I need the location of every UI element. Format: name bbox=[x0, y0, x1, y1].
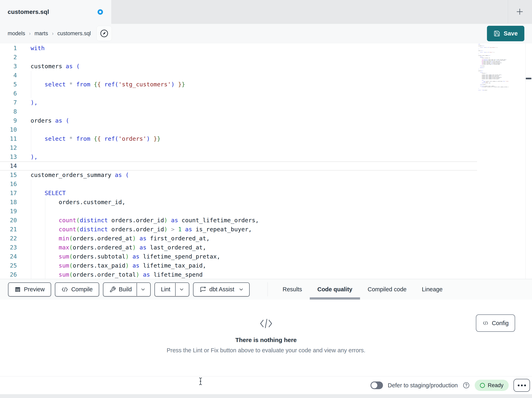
compass-icon bbox=[100, 29, 109, 38]
save-disk-icon bbox=[494, 30, 500, 37]
empty-state-subtitle: Press the Lint or Fix button above to ev… bbox=[166, 347, 365, 354]
new-tab-button[interactable] bbox=[514, 6, 525, 17]
defer-toggle[interactable] bbox=[370, 381, 383, 389]
tab-title: customers.sql bbox=[8, 8, 49, 15]
line-number: 17 bbox=[0, 189, 17, 198]
breadcrumb-separator: › bbox=[29, 31, 31, 36]
code-line[interactable]: 21 count(distinct orders.order_id) > 1 a… bbox=[0, 225, 532, 234]
code-line[interactable]: 11 select * from {{ ref('orders') }} bbox=[0, 134, 532, 143]
code-line[interactable]: 4 bbox=[0, 71, 532, 80]
code-line[interactable]: 8 bbox=[0, 107, 532, 116]
build-button[interactable]: Build bbox=[103, 282, 151, 297]
tab-results[interactable]: Results bbox=[275, 279, 310, 300]
status-bar: Defer to staging/production Ready bbox=[0, 376, 532, 394]
breadcrumb-marts[interactable]: marts bbox=[34, 30, 48, 37]
code-line[interactable]: 14 bbox=[0, 162, 477, 170]
code-line[interactable]: 13), bbox=[0, 152, 532, 162]
lint-button[interactable]: Lint bbox=[154, 282, 189, 297]
line-number: 12 bbox=[0, 143, 17, 152]
code-line[interactable]: 1with bbox=[0, 44, 532, 53]
model-status-button[interactable] bbox=[96, 26, 112, 41]
config-label: Config bbox=[492, 320, 509, 326]
line-number: 24 bbox=[0, 252, 17, 261]
code-line[interactable]: 16 bbox=[0, 180, 532, 189]
breadcrumb-file[interactable]: customers.sql bbox=[57, 30, 91, 37]
table-icon bbox=[14, 286, 21, 293]
preview-button[interactable]: Preview bbox=[8, 282, 51, 297]
line-number: 23 bbox=[0, 243, 17, 252]
toolbar-tabs-divider bbox=[267, 282, 268, 296]
code-lines: 1with23customers as (45 select * from {{… bbox=[0, 44, 532, 279]
window-bottom-edge bbox=[0, 394, 532, 398]
build-label: Build bbox=[119, 286, 132, 293]
more-options-button[interactable] bbox=[513, 379, 530, 392]
code-line[interactable]: 24 sum(orders.subtotal) as lifetime_spen… bbox=[0, 252, 532, 261]
unsaved-changes-dot-icon bbox=[98, 9, 103, 15]
assist-label: dbt Assist bbox=[209, 286, 234, 293]
code-editor[interactable]: 1with23customers as (45 select * from {{… bbox=[0, 43, 532, 279]
compile-label: Compile bbox=[71, 286, 93, 293]
plus-icon bbox=[515, 7, 524, 16]
ide-status-badge[interactable]: Ready bbox=[475, 380, 509, 391]
file-header-row: models › marts › customers.sql bbox=[0, 24, 532, 43]
code-line[interactable]: 25 sum(orders.tax_paid) as lifetime_tax_… bbox=[0, 261, 532, 270]
line-number: 15 bbox=[0, 170, 17, 180]
save-button[interactable]: Save bbox=[487, 26, 524, 41]
scrollbar-track bbox=[525, 43, 526, 279]
empty-state: There is nothing here Press the Lint or … bbox=[0, 300, 532, 354]
tab-lineage[interactable]: Lineage bbox=[414, 279, 450, 300]
code-line[interactable]: 20 count(distinct orders.order_id) as co… bbox=[0, 216, 532, 225]
line-number: 5 bbox=[0, 80, 17, 89]
lint-dropdown-button[interactable] bbox=[175, 283, 188, 296]
save-label: Save bbox=[504, 30, 518, 37]
dbt-cloud-ide: customers.sql models › marts › customers… bbox=[0, 0, 532, 398]
minimap-content: withcustomers as ( select * from {{ ref(… bbox=[478, 44, 508, 91]
line-number: 11 bbox=[0, 134, 17, 143]
code-line[interactable]: 22 min(orders.ordered_at) as first_order… bbox=[0, 234, 532, 243]
code-line[interactable]: 18 orders.customer_id, bbox=[0, 198, 532, 207]
wrench-icon bbox=[109, 286, 116, 293]
code-quality-panel: There is nothing here Press the Lint or … bbox=[0, 300, 532, 376]
code-line[interactable]: 23 max(orders.ordered_at) as last_ordere… bbox=[0, 243, 532, 252]
editor-minimap[interactable]: withcustomers as ( select * from {{ ref(… bbox=[478, 44, 508, 93]
status-circle-icon bbox=[480, 383, 485, 388]
breadcrumb: models › marts › customers.sql bbox=[8, 30, 91, 37]
tab-code-quality[interactable]: Code quality bbox=[310, 279, 360, 300]
breadcrumb-separator: › bbox=[52, 31, 53, 36]
code-icon bbox=[61, 287, 68, 293]
defer-label: Defer to staging/production bbox=[388, 382, 458, 389]
line-number: 14 bbox=[0, 162, 17, 170]
scrollbar-thumb[interactable] bbox=[526, 78, 531, 79]
dbt-assist-button[interactable]: dbt Assist bbox=[193, 282, 250, 297]
code-line[interactable]: 19 bbox=[0, 207, 532, 216]
code-line[interactable]: 2 bbox=[0, 53, 532, 62]
code-line[interactable]: 5 select * from {{ ref('stg_customers') … bbox=[0, 80, 532, 89]
line-number: 21 bbox=[0, 225, 17, 234]
code-line[interactable]: 10 bbox=[0, 125, 532, 134]
code-icon bbox=[482, 320, 489, 326]
line-number: 8 bbox=[0, 107, 17, 116]
line-number: 20 bbox=[0, 216, 17, 225]
line-number: 19 bbox=[0, 207, 17, 216]
code-line[interactable]: 12 bbox=[0, 143, 532, 152]
config-button[interactable]: Config bbox=[476, 314, 515, 332]
line-number: 25 bbox=[0, 261, 17, 270]
code-slash-icon bbox=[256, 317, 276, 330]
code-line[interactable]: 17 SELECT bbox=[0, 189, 532, 198]
code-line[interactable]: 7), bbox=[0, 98, 532, 107]
code-line[interactable]: 3customers as ( bbox=[0, 62, 532, 71]
breadcrumb-models[interactable]: models bbox=[8, 30, 25, 37]
build-dropdown-button[interactable] bbox=[137, 283, 149, 296]
tab-customers-sql[interactable]: customers.sql bbox=[0, 0, 112, 24]
code-line[interactable]: 15customer_orders_summary as ( bbox=[0, 170, 532, 180]
tab-compiled-code[interactable]: Compiled code bbox=[360, 279, 414, 300]
preview-label: Preview bbox=[24, 286, 45, 293]
lint-label: Lint bbox=[161, 286, 170, 293]
compile-button[interactable]: Compile bbox=[55, 282, 99, 297]
code-line[interactable]: 26 sum(orders.order_total) as lifetime_s… bbox=[0, 270, 532, 279]
chevron-down-icon bbox=[140, 287, 146, 292]
code-line[interactable]: 9orders as ( bbox=[0, 116, 532, 125]
chevron-down-icon bbox=[238, 283, 248, 296]
code-line[interactable]: 6 bbox=[0, 89, 532, 98]
help-icon[interactable] bbox=[462, 382, 470, 389]
